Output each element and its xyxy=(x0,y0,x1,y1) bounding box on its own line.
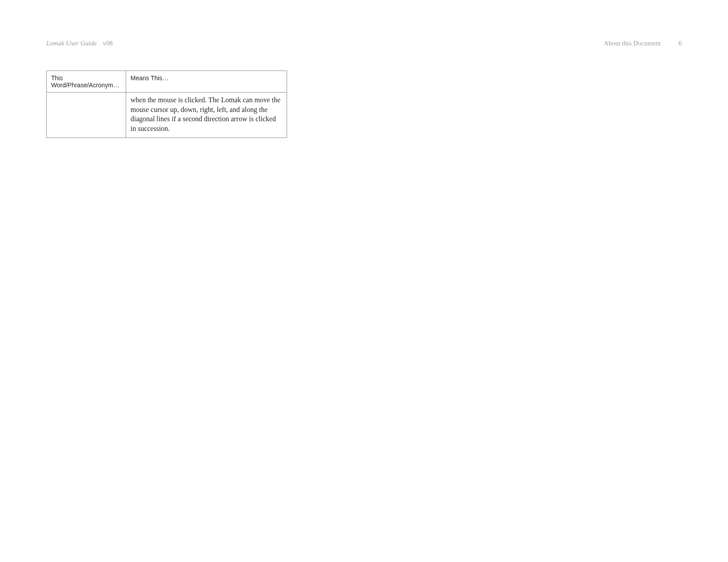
header-right: About this Document 6 xyxy=(604,40,682,47)
page-number: 6 xyxy=(679,40,682,47)
table-header-term: This Word/Phrase/Acronym… xyxy=(47,71,126,93)
page-header: Lomak User Guide v08 About this Document… xyxy=(46,40,682,47)
glossary-table-container: This Word/Phrase/Acronym… Means This… wh… xyxy=(46,71,287,138)
document-version: v08 xyxy=(103,40,113,47)
section-name: About this Document xyxy=(604,40,661,47)
document-title: Lomak User Guide xyxy=(46,40,97,47)
table-cell-meaning: when the mouse is clicked. The Lomak can… xyxy=(126,93,287,138)
table-row: when the mouse is clicked. The Lomak can… xyxy=(47,93,287,138)
table-header-row: This Word/Phrase/Acronym… Means This… xyxy=(47,71,287,93)
table-cell-term xyxy=(47,93,126,138)
table-header-meaning: Means This… xyxy=(126,71,287,93)
header-left: Lomak User Guide v08 xyxy=(46,40,113,47)
glossary-table: This Word/Phrase/Acronym… Means This… wh… xyxy=(46,71,287,138)
